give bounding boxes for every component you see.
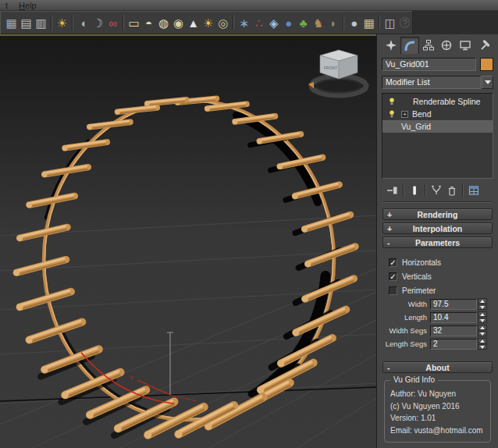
checkbox-row-perimeter: Perimeter bbox=[389, 283, 493, 297]
modify-icon bbox=[404, 40, 416, 52]
menu-item-help[interactable]: Help bbox=[13, 0, 42, 11]
rock-icon[interactable]: ◗ bbox=[326, 14, 340, 31]
length-segs-spinner-row: Length Segs 2 bbox=[382, 337, 487, 350]
stack-item-bend[interactable]: + Bend bbox=[382, 108, 493, 120]
object-name-field[interactable]: Vu_Grid001 bbox=[382, 58, 476, 71]
toolbar-separator bbox=[123, 15, 124, 30]
about-email: Email: vusta@hotmail.com bbox=[390, 425, 485, 437]
exit-icon[interactable]: ◫ bbox=[383, 14, 397, 31]
pin-stack-button[interactable] bbox=[385, 183, 400, 197]
about-version: Version: 1.01 bbox=[390, 412, 485, 425]
length-segs-field[interactable]: 2 bbox=[430, 339, 477, 350]
disc-icon[interactable]: ◎ bbox=[216, 14, 229, 31]
toolbar-separator bbox=[403, 184, 404, 197]
checkbox-row-horizontals: ✓ Horizontals bbox=[389, 255, 493, 269]
toolbar-separator bbox=[379, 15, 380, 30]
length-field[interactable]: 10.4 bbox=[430, 312, 477, 323]
viewcube[interactable]: FRONT bbox=[308, 50, 366, 95]
visibility-bulb-icon[interactable] bbox=[386, 109, 397, 119]
list-icon[interactable]: ▤ bbox=[20, 14, 33, 31]
about-group-box: Vu Grid Info Author: Vu Nguyen (c) Vu Ng… bbox=[384, 380, 491, 443]
creature-icon[interactable]: ♞ bbox=[311, 14, 325, 31]
configure-modifier-sets-button[interactable] bbox=[466, 183, 482, 197]
checkbox-row-verticals: ✓ Verticals bbox=[389, 269, 493, 283]
cone-icon[interactable]: ▲ bbox=[187, 14, 200, 31]
sphere-icon[interactable]: ◍ bbox=[157, 14, 170, 31]
gem-icon[interactable]: ◈ bbox=[267, 14, 280, 31]
make-unique-button[interactable] bbox=[429, 183, 444, 197]
moon-icon[interactable]: ☽ bbox=[91, 14, 105, 31]
width-segs-field[interactable]: 32 bbox=[430, 325, 477, 336]
teapot-icon[interactable]: ◉ bbox=[172, 14, 185, 31]
spin-up-icon[interactable] bbox=[478, 325, 487, 330]
rollout-parameters[interactable]: - Parameters bbox=[382, 236, 493, 248]
rollout-about[interactable]: - About bbox=[382, 361, 493, 373]
plane-icon[interactable]: ▭ bbox=[127, 14, 141, 31]
remove-modifier-button[interactable] bbox=[444, 183, 460, 197]
tab-create[interactable] bbox=[382, 37, 400, 54]
toolbar-icons: ▦▤▥☀◖☽∞▭◓◍◉▲☀◎∗∴◈●♣♞◗●▦◫? bbox=[1, 12, 412, 34]
fish-icon[interactable]: ◖ bbox=[76, 14, 90, 31]
perspective-viewport[interactable]: YFRONT bbox=[0, 34, 376, 448]
toolbar-separator bbox=[233, 15, 234, 30]
length-spinner-row: Length 10.4 bbox=[382, 311, 487, 324]
spin-down-icon[interactable] bbox=[478, 304, 487, 310]
toolbar-separator bbox=[51, 15, 52, 30]
tab-hierarchy[interactable] bbox=[419, 37, 438, 54]
leaf-icon[interactable]: ♣ bbox=[297, 14, 310, 31]
visibility-bulb-icon[interactable] bbox=[386, 97, 397, 106]
tab-display[interactable] bbox=[456, 37, 475, 54]
expand-plus-icon[interactable]: + bbox=[401, 111, 408, 118]
dome-icon[interactable]: ◓ bbox=[142, 14, 155, 31]
verticals-checkbox[interactable]: ✓ bbox=[389, 272, 397, 281]
command-panel: Vu_Grid001 Modifier List Renderable Spli… bbox=[376, 34, 498, 448]
width-spinner[interactable] bbox=[478, 298, 487, 310]
dropdown-arrow-button[interactable] bbox=[482, 76, 493, 89]
svg-text:Y: Y bbox=[130, 375, 134, 382]
spin-down-icon[interactable] bbox=[478, 344, 487, 350]
width-segs-spinner[interactable] bbox=[478, 325, 487, 336]
command-panel-tabs bbox=[382, 37, 493, 54]
sun-icon[interactable]: ☀ bbox=[201, 14, 215, 31]
modifier-stack: Renderable Spline + Bend Vu_Grid bbox=[382, 93, 493, 179]
horizontals-checkbox[interactable]: ✓ bbox=[389, 258, 397, 267]
svg-text:FRONT: FRONT bbox=[324, 66, 337, 70]
image-icon[interactable]: ▦ bbox=[5, 14, 18, 31]
object-color-swatch[interactable] bbox=[480, 58, 493, 71]
goggles-icon[interactable]: ∞ bbox=[106, 14, 119, 31]
lamp-icon[interactable]: ☀ bbox=[55, 14, 69, 31]
spin-up-icon[interactable] bbox=[478, 338, 487, 343]
material-sphere-icon[interactable]: ● bbox=[347, 14, 361, 31]
show-end-result-button[interactable] bbox=[407, 183, 422, 197]
spin-up-icon[interactable] bbox=[478, 311, 487, 317]
spin-down-icon[interactable] bbox=[478, 318, 487, 323]
stack-item-vu-grid[interactable]: Vu_Grid bbox=[382, 120, 493, 133]
toolbar-separator bbox=[343, 15, 344, 30]
display-icon bbox=[459, 39, 471, 52]
length-segs-spinner[interactable] bbox=[478, 338, 487, 350]
viewport-scene: YFRONT bbox=[0, 36, 376, 448]
tab-modify[interactable] bbox=[400, 37, 419, 54]
building-icon[interactable]: ▦ bbox=[362, 14, 375, 31]
about-copyright: (c) Vu Nguyen 2016 bbox=[390, 400, 485, 413]
table-icon[interactable]: ▥ bbox=[34, 14, 48, 31]
planet-icon[interactable]: ● bbox=[282, 14, 295, 31]
tab-utilities[interactable] bbox=[475, 37, 493, 54]
help-icon[interactable]: ? bbox=[400, 17, 410, 28]
toolbar-separator bbox=[425, 184, 426, 197]
rollout-interpolation[interactable]: + Interpolation bbox=[382, 222, 493, 234]
length-spinner[interactable] bbox=[478, 311, 487, 323]
perimeter-checkbox[interactable] bbox=[389, 286, 397, 295]
create-icon bbox=[385, 39, 397, 52]
rollout-rendering[interactable]: + Rendering bbox=[382, 208, 493, 220]
spin-up-icon[interactable] bbox=[478, 298, 487, 304]
stack-item-renderable-spline[interactable]: Renderable Spline bbox=[382, 95, 493, 108]
width-field[interactable]: 97.5 bbox=[430, 299, 477, 310]
berries-icon[interactable]: ∴ bbox=[252, 14, 265, 31]
menu-item-truncated[interactable]: t bbox=[0, 0, 13, 11]
spin-down-icon[interactable] bbox=[478, 331, 487, 336]
width-spinner-row: Width 97.5 bbox=[382, 297, 487, 311]
modifier-list-dropdown[interactable]: Modifier List bbox=[382, 76, 493, 89]
snowflake-icon[interactable]: ∗ bbox=[237, 14, 251, 31]
tab-motion[interactable] bbox=[438, 37, 457, 54]
